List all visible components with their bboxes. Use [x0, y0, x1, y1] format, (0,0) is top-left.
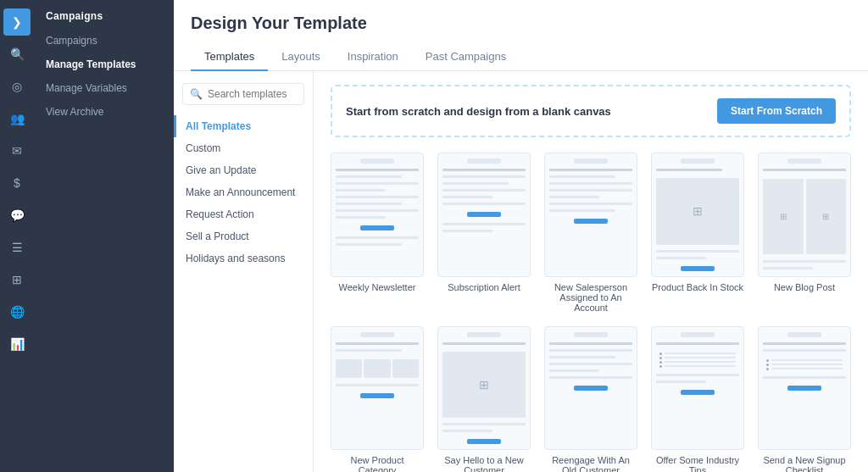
template-thumb-industry-tips — [651, 326, 744, 451]
template-thumb-subscription-alert — [437, 153, 531, 277]
template-name-say-hello: Say Hello to a New Customer — [437, 455, 531, 472]
nav-icon-chat[interactable]: 💬 — [3, 202, 31, 229]
filter-request-action[interactable]: Request Action — [174, 203, 313, 225]
template-card-product-back[interactable]: ⊞ Product Back In Stock — [651, 153, 744, 313]
filter-holidays[interactable]: Holidays and seasons — [174, 247, 313, 269]
template-card-reengage[interactable]: Reengage With An Old Customer — [544, 326, 637, 472]
template-name-product-back: Product Back In Stock — [652, 282, 743, 292]
page-title: Design Your Template — [191, 14, 851, 33]
main-header: Design Your Template Templates Layouts I… — [174, 0, 868, 71]
template-card-new-blog[interactable]: ⊞ ⊞ New Blog Post — [758, 153, 851, 313]
filter-announcement[interactable]: Make an Announcement — [174, 181, 313, 203]
filter-sidebar: 🔍 All Templates Custom Give an Update Ma… — [174, 71, 314, 472]
template-thumb-signup-checklist — [758, 326, 851, 451]
template-card-subscription-alert[interactable]: Subscription Alert — [437, 153, 531, 313]
template-card-industry-tips[interactable]: Offer Some Industry Tips — [651, 326, 744, 472]
sidebar-section-campaigns: Campaigns — [34, 0, 174, 29]
template-name-subscription-alert: Subscription Alert — [448, 282, 520, 292]
template-name-new-blog: New Blog Post — [774, 282, 835, 292]
template-name-industry-tips: Offer Some Industry Tips — [651, 455, 744, 472]
template-name-new-salesperson: New Salesperson Assigned to An Account — [544, 282, 637, 313]
scratch-banner-text: Start from scratch and design from a bla… — [346, 105, 611, 118]
nav-icon-search[interactable]: 🔍 — [3, 41, 31, 68]
template-grid-area: Start from scratch and design from a bla… — [314, 71, 868, 472]
nav-icon-location[interactable]: ◎ — [3, 73, 31, 100]
search-box[interactable]: 🔍 — [182, 83, 304, 105]
template-name-new-product-category: New Product Category — [331, 455, 424, 472]
template-grid: Weekly Newsletter — [331, 153, 851, 472]
tab-inspiration[interactable]: Inspiration — [334, 43, 412, 71]
filter-sell-product[interactable]: Sell a Product — [174, 225, 313, 247]
template-card-say-hello[interactable]: ⊞ Say Hello to a New Customer — [437, 326, 531, 472]
template-thumb-new-salesperson — [544, 153, 637, 277]
tab-templates[interactable]: Templates — [191, 43, 268, 71]
template-thumb-product-back: ⊞ — [651, 153, 744, 277]
scratch-banner: Start from scratch and design from a bla… — [331, 85, 851, 137]
nav-icon-chart[interactable]: 📊 — [3, 330, 31, 358]
template-name-signup-checklist: Send a New Signup Checklist — [758, 455, 851, 472]
start-from-scratch-button[interactable]: Start From Scratch — [717, 98, 836, 124]
sidebar-item-campaigns[interactable]: Campaigns — [34, 29, 174, 53]
template-name-weekly-newsletter: Weekly Newsletter — [339, 282, 416, 292]
icon-nav: ❯ 🔍 ◎ 👥 ✉ $ 💬 ☰ ⊞ 🌐 📊 — [0, 0, 34, 472]
nav-icon-grid[interactable]: ⊞ — [3, 266, 31, 293]
nav-icon-dollar[interactable]: $ — [3, 169, 31, 197]
sidebar-item-manage-templates[interactable]: Manage Templates — [34, 53, 174, 76]
sidebar: Campaigns Campaigns Manage Templates Man… — [34, 0, 174, 472]
sidebar-item-manage-variables[interactable]: Manage Variables — [34, 76, 174, 100]
product-image-placeholder: ⊞ — [656, 178, 739, 245]
template-name-reengage: Reengage With An Old Customer — [544, 455, 637, 472]
nav-icon-people[interactable]: 👥 — [3, 105, 31, 132]
sidebar-item-view-archive[interactable]: View Archive — [34, 100, 174, 124]
template-card-new-product-category[interactable]: New Product Category — [331, 326, 424, 472]
template-thumb-new-blog: ⊞ ⊞ — [758, 153, 851, 277]
template-card-new-salesperson[interactable]: New Salesperson Assigned to An Account — [544, 153, 637, 313]
template-card-weekly-newsletter[interactable]: Weekly Newsletter — [331, 153, 424, 313]
template-thumb-weekly-newsletter — [331, 153, 424, 277]
filter-all-templates[interactable]: All Templates — [174, 115, 313, 137]
template-thumb-say-hello: ⊞ — [437, 326, 531, 451]
content-wrapper: 🔍 All Templates Custom Give an Update Ma… — [174, 71, 868, 472]
template-card-signup-checklist[interactable]: Send a New Signup Checklist — [758, 326, 851, 472]
search-input[interactable] — [208, 88, 297, 100]
search-icon: 🔍 — [190, 88, 203, 100]
filter-custom[interactable]: Custom — [174, 137, 313, 159]
tab-past-campaigns[interactable]: Past Campaigns — [412, 43, 520, 71]
nav-icon-campaigns[interactable]: ❯ — [3, 8, 31, 36]
template-thumb-reengage — [544, 326, 637, 451]
tab-bar: Templates Layouts Inspiration Past Campa… — [191, 43, 851, 70]
tab-layouts[interactable]: Layouts — [268, 43, 334, 71]
nav-icon-list[interactable]: ☰ — [3, 234, 31, 261]
filter-give-update[interactable]: Give an Update — [174, 159, 313, 181]
main-content: Design Your Template Templates Layouts I… — [174, 0, 868, 472]
hello-image-placeholder: ⊞ — [442, 352, 526, 419]
nav-icon-globe[interactable]: 🌐 — [3, 298, 31, 325]
nav-icon-mail[interactable]: ✉ — [3, 137, 31, 164]
template-thumb-new-product-category — [331, 326, 424, 451]
